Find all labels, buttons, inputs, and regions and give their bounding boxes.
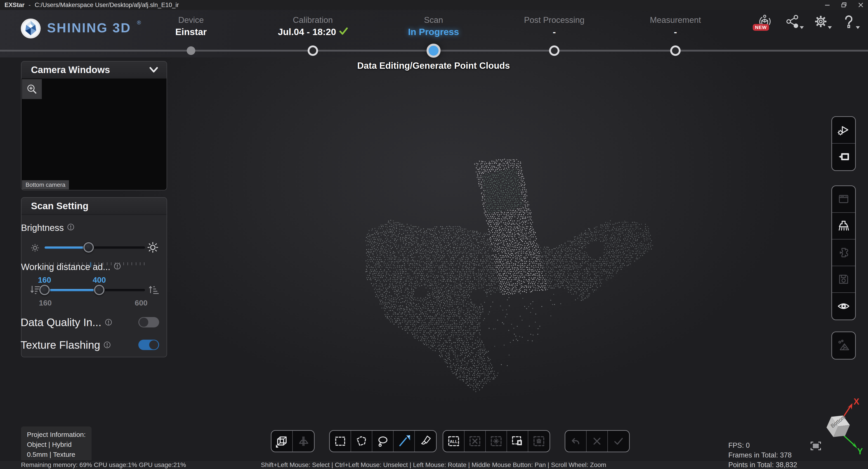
dropdown-arrow-icon: [800, 26, 804, 29]
plane-cut-button[interactable]: [293, 431, 314, 451]
restore-button[interactable]: [839, 0, 849, 10]
texture-flashing-label: Texture Flashing: [21, 339, 100, 351]
texture-flashing-row: Texture Flashing: [9, 339, 111, 351]
scan-panel-title: Scan Setting: [31, 201, 159, 211]
data-quality-row: Data Quality In...: [9, 316, 112, 329]
working-distance-slider[interactable]: [44, 289, 145, 291]
progress-dot-post-processing[interactable]: [549, 46, 559, 56]
brand-name: SHINING 3D: [47, 18, 131, 37]
nav-step-scan[interactable]: Scan In Progress: [364, 15, 504, 38]
delete-selection-button[interactable]: [528, 431, 550, 451]
bottom-toolbar-group-view: [271, 430, 315, 452]
window-preview-button[interactable]: [832, 186, 855, 213]
dropdown-arrow-icon: [828, 26, 832, 29]
camera-panel-header[interactable]: Camera Windows: [22, 61, 166, 79]
visibility-eye-button[interactable]: [832, 293, 855, 320]
save-disk-button[interactable]: [832, 266, 855, 293]
app-name: EXStar: [4, 2, 25, 8]
nav-step-label: Measurement: [605, 15, 745, 25]
nav-step-calibration[interactable]: Calibration Jul.04 - 18:20: [243, 15, 383, 38]
gear-icon[interactable]: [813, 14, 828, 29]
dropdown-arrow-icon: [856, 26, 860, 29]
nav-step-value: -: [484, 25, 624, 38]
clean-brush-button[interactable]: [832, 213, 855, 239]
nav-step-value: Einstar: [121, 25, 261, 38]
info-icon[interactable]: [105, 316, 112, 329]
model-library-icon[interactable]: NEW: [757, 14, 772, 29]
progress-dot-calibration[interactable]: [308, 46, 318, 56]
share-icon[interactable]: [785, 14, 800, 29]
frames-total: Frames in Total: 378: [728, 450, 797, 460]
resource-usage: Remaining memory: 69% CPU usage:1% GPU u…: [21, 461, 186, 469]
mesh-grid-button[interactable]: [832, 332, 855, 359]
camera-panel-title: Camera Windows: [31, 64, 149, 75]
camera-windows-panel: Camera Windows Bottom camera: [21, 61, 167, 190]
nav-step-value: -: [605, 25, 745, 38]
close-icon[interactable]: [856, 0, 866, 10]
line-select-button[interactable]: [394, 431, 415, 451]
progress-dot-measurement[interactable]: [670, 46, 681, 56]
brush-select-button[interactable]: [415, 431, 436, 451]
nav-step-measurement[interactable]: Measurement -: [605, 15, 745, 38]
right-toolbar-group-run: [831, 116, 856, 171]
scan-panel-header: Scan Setting: [22, 198, 166, 215]
working-distance-high-value: 400: [93, 275, 106, 285]
rect-select-button[interactable]: [330, 431, 351, 451]
orientation-cube[interactable]: X Y Bottom: [811, 394, 868, 466]
nav-step-label: Post Processing: [484, 15, 624, 25]
plugin-puzzle-button[interactable]: [832, 239, 855, 266]
chevron-down-icon[interactable]: [149, 66, 159, 74]
right-toolbar-group-mesh: [831, 331, 856, 359]
nav-step-value: In Progress: [364, 25, 504, 38]
invert-selection-button[interactable]: [507, 431, 528, 451]
working-distance-handle-high[interactable]: [94, 285, 104, 295]
axis-x-label: X: [854, 397, 860, 406]
project-info-title: Project Information:: [27, 430, 86, 440]
info-icon[interactable]: [103, 339, 111, 351]
info-icon[interactable]: [114, 262, 121, 272]
calibration-check-icon: [339, 25, 348, 38]
zoom-in-icon[interactable]: [22, 79, 42, 99]
right-toolbar-group-edit: [831, 185, 856, 320]
distance-far-icon: [147, 283, 160, 297]
nav-step-device[interactable]: Device Einstar: [121, 15, 261, 38]
project-information: Project Information: Object | Hybrid 0.5…: [21, 427, 92, 463]
help-icon[interactable]: [841, 14, 856, 29]
mouse-hints: Shift+Left Mouse: Select | Ctrl+Left Mou…: [261, 461, 606, 469]
brightness-label-row: Brightness: [9, 223, 74, 233]
title-separator: -: [29, 2, 31, 8]
camera-feed-label: Bottom camera: [22, 180, 69, 189]
expand-selection-button[interactable]: [486, 431, 507, 451]
polygon-select-button[interactable]: [351, 431, 372, 451]
camera-feed: Bottom camera: [22, 79, 166, 190]
lasso-select-button[interactable]: [372, 431, 394, 451]
fps-value: FPS: 0: [728, 440, 797, 450]
select-all-button[interactable]: ALL: [443, 431, 465, 451]
data-quality-toggle[interactable]: [138, 317, 159, 327]
progress-dot-scan[interactable]: [427, 43, 440, 58]
nav-step-post-processing[interactable]: Post Processing -: [484, 15, 624, 38]
nav-step-label: Device: [121, 15, 261, 25]
bottom-toolbar-group-confirm: [565, 430, 630, 452]
progress-dot-device[interactable]: [187, 46, 195, 55]
collapse-panel-button[interactable]: [832, 144, 855, 170]
deselect-x-button[interactable]: [465, 431, 486, 451]
project-info-resolution: 0.5mm | Texture: [27, 449, 86, 460]
point-cloud-canvas[interactable]: [181, 78, 769, 417]
minimize-button[interactable]: [822, 0, 832, 10]
info-icon[interactable]: [67, 223, 74, 233]
new-badge: NEW: [753, 24, 769, 31]
window-title: EXStar-C:/Users/Makerspace User/Desktop/…: [4, 0, 179, 10]
cancel-x-button[interactable]: [587, 431, 608, 451]
brightness-slider[interactable]: [44, 246, 145, 249]
undo-button[interactable]: [565, 431, 587, 451]
working-distance-handle-low[interactable]: [39, 285, 50, 295]
confirm-check-button[interactable]: [608, 431, 629, 451]
brightness-dim-icon: [30, 243, 40, 254]
brightness-label: Brightness: [21, 223, 64, 233]
cube-view-button[interactable]: [272, 431, 293, 451]
play-settings-button[interactable]: [832, 117, 855, 144]
shining3d-globe-icon: [20, 18, 41, 39]
texture-flashing-toggle[interactable]: [138, 340, 159, 350]
brightness-bright-icon: [147, 241, 159, 255]
